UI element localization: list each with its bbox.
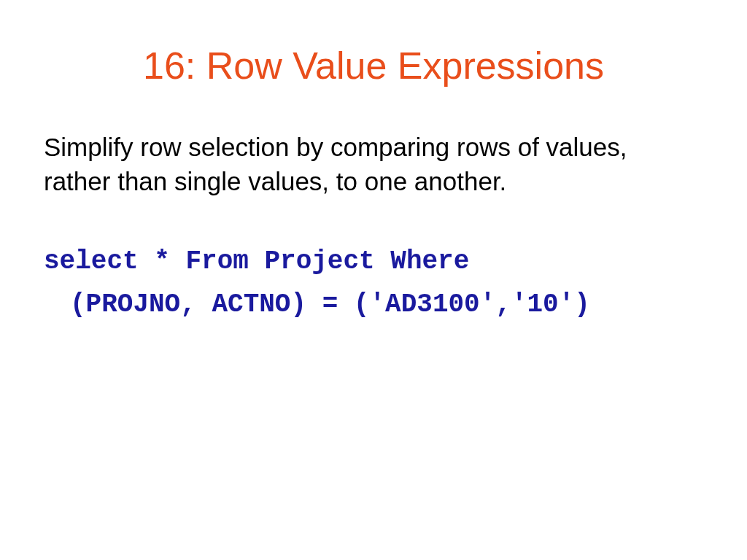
code-line-1: select * From Project Where	[44, 240, 703, 283]
code-line-2: (PROJNO, ACTNO) = ('AD3100','10')	[44, 283, 703, 326]
slide-container: 16: Row Value Expressions Simplify row s…	[0, 0, 747, 560]
slide-title: 16: Row Value Expressions	[44, 44, 703, 88]
code-block: select * From Project Where (PROJNO, ACT…	[44, 240, 703, 327]
slide-description: Simplify row selection by comparing rows…	[44, 130, 703, 199]
